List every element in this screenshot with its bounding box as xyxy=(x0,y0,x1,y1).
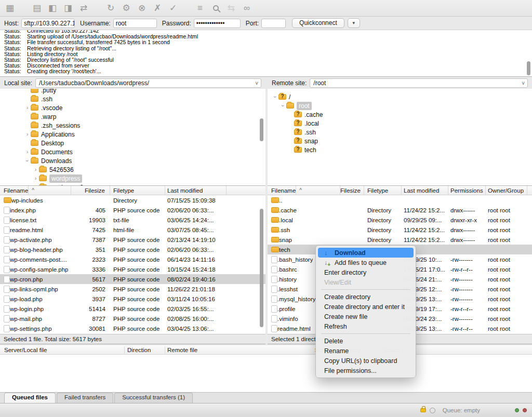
synchronized-browsing-icon[interactable]: ∞ xyxy=(240,2,254,15)
tab-failed-transfers[interactable]: Failed transfers xyxy=(57,393,113,403)
menu-item-add-files-to-queue[interactable]: ↓Add files to queue xyxy=(318,258,414,267)
local-row-wp-settings-php[interactable]: wp-settings.php30081PHP source code03/04… xyxy=(0,324,265,333)
tab-queued-files[interactable]: Queued files xyxy=(4,393,56,403)
local-tree-toggle-icon[interactable]: ◧ xyxy=(46,2,59,15)
log-scrollbar[interactable] xyxy=(527,61,530,75)
remote-tree-item--local[interactable]: .local xyxy=(268,119,532,128)
queue-header-local[interactable]: Server/Local file xyxy=(4,345,47,355)
local-tree-item-desktop[interactable]: Desktop xyxy=(0,139,265,147)
menu-item-delete[interactable]: Delete xyxy=(318,336,414,346)
remote-row--local[interactable]: .localDirectory09/29/25 09:...drwxr-xr-x… xyxy=(268,215,532,225)
folder-icon xyxy=(271,227,279,233)
remote-row--[interactable]: .. xyxy=(268,195,532,205)
remote-tree-item-tech[interactable]: tech xyxy=(268,145,532,154)
local-row-wp-cron-php[interactable]: wp-cron.php5617PHP source code08/02/24 1… xyxy=(0,274,265,284)
remote-header-filename[interactable]: Filename^ xyxy=(268,186,340,195)
queue-header-remote[interactable]: Remote file xyxy=(167,345,197,355)
local-tree-item-downloads[interactable]: ›Downloads xyxy=(0,156,265,165)
refresh-icon[interactable]: ↻ xyxy=(104,2,117,15)
remove-from-queue-icon[interactable]: ✗ xyxy=(151,2,164,15)
local-header-filetype[interactable]: Filetype xyxy=(110,186,165,195)
search-icon[interactable] xyxy=(209,2,222,15)
remote-row--ssh[interactable]: .sshDirectory11/24/22 15:2...drwx------r… xyxy=(268,225,532,235)
remote-tree-item-snap[interactable]: snap xyxy=(268,137,532,145)
remote-header-filesize[interactable]: Filesize xyxy=(340,186,364,195)
expander-closed-icon[interactable]: › xyxy=(24,149,31,155)
confirm-queue-icon[interactable]: ✓ xyxy=(166,2,180,15)
menu-item-copy-url-s-to-clipboard[interactable]: Copy URL(s) to clipboard xyxy=(318,356,414,366)
local-tree-item-applications[interactable]: ›Applications xyxy=(0,130,265,139)
local-tree-item-documents[interactable]: ›Documents xyxy=(0,147,265,156)
cancel-operation-icon[interactable]: ⊗ xyxy=(135,2,149,15)
host-input[interactable]: sftp://103.90.227.14 xyxy=(21,19,75,28)
local-tree-item--putty[interactable]: .putty xyxy=(0,89,265,95)
local-row-wp-activate-php[interactable]: wp-activate.php7387PHP source code02/13/… xyxy=(0,235,265,245)
local-tree-item--vscode[interactable]: ›.vscode xyxy=(0,103,265,112)
menu-item-download[interactable]: ↓Download xyxy=(318,248,414,258)
process-queue-icon[interactable]: ⚙ xyxy=(119,2,133,15)
local-row-readme-html[interactable]: readme.html7425html-file03/07/25 08:45:.… xyxy=(0,225,265,235)
username-input[interactable]: root xyxy=(113,19,157,28)
menu-item-file-permissions-[interactable]: File permissions... xyxy=(318,366,414,375)
local-tree-item-5426536[interactable]: ›5426536 xyxy=(0,165,265,174)
expander-open-icon[interactable]: › xyxy=(272,93,278,100)
quickconnect-dropdown-button[interactable]: ▾ xyxy=(348,18,360,28)
local-header-modified[interactable]: Last modified xyxy=(165,186,227,195)
local-row-wp-config-sample-php[interactable]: wp-config-sample.php3336PHP source code1… xyxy=(0,264,265,274)
local-row-wp-load-php[interactable]: wp-load.php3937PHP source code03/11/24 1… xyxy=(0,294,265,304)
transfer-queue-toggle-icon[interactable]: ⇄ xyxy=(77,2,90,15)
local-row-license-txt[interactable]: license.txt19903txt-file03/06/25 14:24:.… xyxy=(0,215,265,225)
local-header-filename[interactable]: Filename^ xyxy=(0,186,71,195)
local-tree-item--zsh-sessions[interactable]: .zsh_sessions xyxy=(0,121,265,130)
local-site-select[interactable]: /Users/taducbao/Downloads/wordpress/ ˅ xyxy=(35,78,261,88)
local-tree-item--ssh[interactable]: .ssh xyxy=(0,95,265,103)
remote-tree-item--ssh[interactable]: .ssh xyxy=(268,128,532,137)
menu-item-enter-directory[interactable]: Enter directory xyxy=(318,267,414,277)
local-tree-item--warp[interactable]: .warp xyxy=(0,112,265,121)
local-row-wp-login-php[interactable]: wp-login.php51414PHP source code02/03/25… xyxy=(0,304,265,314)
expander-open-icon[interactable]: › xyxy=(24,157,31,164)
remote-site-select[interactable]: /root ˅ xyxy=(310,78,528,88)
local-row-wp-comments-post-[interactable]: wp-comments-post....2323PHP source code0… xyxy=(0,254,265,264)
remote-row--cache[interactable]: .cacheDirectory11/24/22 15:2...drwx-----… xyxy=(268,205,532,215)
local-list-scrollbar[interactable] xyxy=(260,209,263,327)
queue-header-direction[interactable]: Direction xyxy=(127,345,151,355)
lock-icon xyxy=(420,408,426,412)
menu-item-create-new-file[interactable]: Create new file xyxy=(318,312,414,321)
remote-header-owner[interactable]: Owner/Group xyxy=(486,186,527,195)
remote-tree-item--[interactable]: ›/ xyxy=(268,92,532,101)
local-row-wp-mail-php[interactable]: wp-mail.php8727PHP source code02/08/25 1… xyxy=(0,314,265,324)
local-site-label: Local site: xyxy=(4,79,32,87)
expander-closed-icon[interactable]: › xyxy=(32,166,39,173)
menu-item-rename[interactable]: Rename xyxy=(318,346,414,356)
menu-item-create-directory[interactable]: Create directory xyxy=(318,292,414,302)
tab-successful-transfers-1-[interactable]: Successful transfers (1) xyxy=(114,393,193,403)
remote-row-snap[interactable]: snapDirectory11/24/22 15:2...drwx------r… xyxy=(268,235,532,245)
remote-header-modified[interactable]: Last modified xyxy=(402,186,448,195)
menu-item-refresh[interactable]: Refresh xyxy=(318,321,414,331)
password-input[interactable]: ••••••••••••• xyxy=(194,19,241,28)
local-row-index-php[interactable]: index.php405PHP source code02/06/20 06:3… xyxy=(0,205,265,215)
remote-tree-item-root[interactable]: ›root xyxy=(268,101,532,110)
local-tree-item-wordpress[interactable]: ›wordpress xyxy=(0,174,265,183)
expander-closed-icon[interactable]: › xyxy=(24,104,31,111)
local-header-filesize[interactable]: Filesize xyxy=(71,186,110,195)
expander-closed-icon[interactable]: › xyxy=(24,131,31,138)
message-log-toggle-icon[interactable]: ▤ xyxy=(30,2,44,15)
local-row-wp-includes[interactable]: wp-includesDirectory07/15/25 15:09:38 xyxy=(0,195,265,205)
local-row-wp-links-opml-php[interactable]: wp-links-opml.php2502PHP source code11/2… xyxy=(0,284,265,294)
filter-icon[interactable]: ≡ xyxy=(193,2,207,15)
expander-open-icon[interactable]: › xyxy=(280,102,286,109)
local-row-wp-blog-header-php[interactable]: wp-blog-header.php351PHP source code02/0… xyxy=(0,245,265,254)
quickconnect-button[interactable]: Quickconnect xyxy=(292,18,344,28)
local-tree-scrollbar[interactable] xyxy=(260,118,263,141)
remote-header-filetype[interactable]: Filetype xyxy=(364,186,402,195)
menu-item-create-directory-and-enter-it[interactable]: Create directory and enter it xyxy=(318,302,414,312)
remote-tree-toggle-icon[interactable]: ◨ xyxy=(61,2,75,15)
site-manager-icon[interactable]: ▦ xyxy=(3,2,17,15)
directory-comparison-icon[interactable]: ⇆ xyxy=(224,2,238,15)
expander-closed-icon[interactable]: › xyxy=(32,175,39,182)
port-input[interactable] xyxy=(261,19,286,28)
remote-header-permissions[interactable]: Permissions xyxy=(448,186,486,195)
remote-tree-item--cache[interactable]: .cache xyxy=(268,110,532,119)
